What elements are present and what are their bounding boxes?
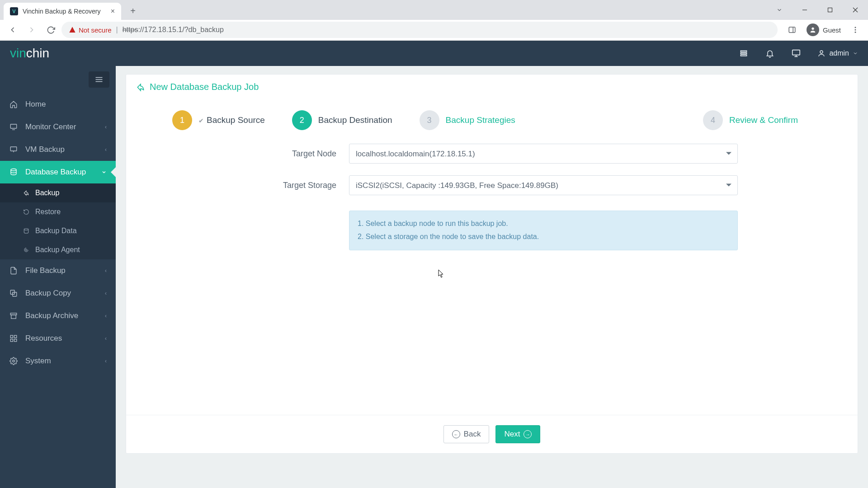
sub-item-backup-data[interactable]: Backup Data — [0, 221, 116, 240]
reload-button[interactable] — [42, 22, 59, 38]
step-review-confirm[interactable]: 4 Review & Confirm — [703, 110, 798, 130]
svg-point-7 — [855, 27, 856, 28]
menu-icon[interactable] — [847, 22, 863, 38]
sidebar-item-label: Backup Copy — [25, 289, 71, 298]
page-title: New Database Backup Job — [150, 82, 259, 92]
address-bar[interactable]: Not secure | https://172.18.15.1/?db_bac… — [61, 22, 778, 38]
svg-rect-4 — [789, 27, 795, 33]
panel: New Database Backup Job 1 ✔Backup Source… — [126, 74, 858, 454]
profile-chip[interactable]: Guest — [802, 22, 845, 38]
arrow-up-right-icon — [136, 83, 145, 92]
sidebar-item-resources[interactable]: Resources ‹ — [0, 327, 116, 350]
agent-icon — [23, 246, 30, 253]
sidebar-item-home[interactable]: Home — [0, 93, 116, 116]
svg-rect-11 — [741, 53, 747, 54]
chevron-down-icon — [101, 169, 107, 175]
logo[interactable]: vinchin — [10, 46, 49, 61]
queue-icon[interactable] — [739, 48, 749, 58]
chevron-left-icon: ‹ — [105, 290, 107, 296]
user-menu[interactable]: admin — [817, 49, 858, 57]
info-line: 1. Select a backup node to run this back… — [358, 217, 729, 230]
arrow-left-circle-icon: ← — [452, 430, 460, 438]
wizard-steps: 1 ✔Backup Source 2 Backup Destination 3 … — [136, 101, 848, 144]
sub-item-backup[interactable]: Backup — [0, 183, 116, 202]
target-storage-select[interactable]: iSCSI2(iSCSI, Capacity :149.93GB, Free S… — [349, 175, 738, 195]
data-icon — [23, 227, 30, 235]
next-button[interactable]: Next → — [495, 425, 540, 443]
sidebar-item-monitor-center[interactable]: Monitor Center ‹ — [0, 116, 116, 138]
share-icon — [23, 189, 30, 197]
maximize-button[interactable] — [817, 2, 843, 18]
gear-icon — [9, 357, 18, 366]
tab-title: Vinchin Backup & Recovery — [23, 8, 101, 15]
bell-icon[interactable] — [765, 48, 775, 58]
sidebar-item-file-backup[interactable]: File Backup ‹ — [0, 259, 116, 282]
file-icon — [9, 266, 18, 275]
destination-form: Target Node localhost.localdomain(172.18… — [136, 144, 848, 250]
chevron-left-icon: ‹ — [105, 146, 107, 153]
profile-label: Guest — [823, 26, 841, 34]
back-button[interactable] — [5, 22, 21, 38]
svg-point-25 — [24, 229, 28, 230]
step-backup-source[interactable]: 1 ✔Backup Source — [172, 110, 265, 130]
svg-rect-31 — [10, 335, 13, 338]
sub-item-restore[interactable]: Restore — [0, 202, 116, 221]
archive-icon — [9, 311, 18, 320]
side-panel-icon[interactable] — [784, 22, 800, 38]
sub-item-label: Backup Agent — [35, 246, 80, 254]
forward-button[interactable] — [24, 22, 40, 38]
app-header: vinchin admin — [0, 41, 868, 66]
user-icon — [817, 49, 826, 57]
url-text: https://172.18.15.1/?db_backup — [123, 26, 224, 34]
user-name: admin — [829, 49, 849, 57]
svg-rect-12 — [741, 55, 747, 56]
sidebar-item-vm-backup[interactable]: VM Backup ‹ — [0, 138, 116, 161]
tab-list-chevron-icon[interactable] — [770, 2, 788, 18]
svg-point-35 — [13, 360, 15, 362]
main-content: New Database Backup Job 1 ✔Backup Source… — [116, 66, 868, 488]
target-node-label: Target Node — [246, 149, 336, 159]
step-backup-strategies[interactable]: 3 Backup Strategies — [420, 110, 515, 130]
svg-point-8 — [855, 29, 856, 31]
sidebar-item-database-backup[interactable]: Database Backup — [0, 161, 116, 183]
svg-point-16 — [820, 51, 823, 53]
step-number: 4 — [703, 110, 723, 130]
sidebar-item-backup-copy[interactable]: Backup Copy ‹ — [0, 282, 116, 305]
close-window-button[interactable] — [843, 2, 868, 18]
chevron-left-icon: ‹ — [105, 267, 107, 274]
new-tab-button[interactable]: + — [126, 4, 140, 19]
monitor-small-icon — [9, 122, 18, 131]
restore-icon — [23, 208, 30, 216]
monitor-icon[interactable] — [791, 48, 801, 58]
database-icon — [9, 168, 18, 177]
svg-rect-10 — [741, 51, 747, 52]
chevron-left-icon: ‹ — [105, 124, 107, 130]
minimize-button[interactable] — [792, 2, 817, 18]
svg-rect-34 — [14, 339, 17, 342]
svg-rect-30 — [11, 315, 16, 319]
svg-point-6 — [811, 28, 814, 30]
sidebar-item-label: VM Backup — [25, 145, 65, 154]
sidebar-item-label: Database Backup — [25, 168, 86, 177]
chevron-down-icon — [853, 51, 858, 56]
svg-rect-33 — [10, 339, 13, 342]
sidebar-item-system[interactable]: System ‹ — [0, 350, 116, 372]
sub-item-label: Restore — [35, 208, 61, 216]
sub-item-backup-agent[interactable]: Backup Agent — [0, 240, 116, 259]
browser-tab[interactable]: V Vinchin Backup & Recovery × — [4, 3, 121, 20]
svg-point-24 — [11, 169, 16, 171]
sidebar: Home Monitor Center ‹ VM Backup ‹ Databa… — [0, 66, 116, 488]
info-box: 1. Select a backup node to run this back… — [349, 211, 738, 250]
step-number: 2 — [292, 110, 312, 130]
svg-rect-32 — [14, 335, 17, 338]
sidebar-item-backup-archive[interactable]: Backup Archive ‹ — [0, 305, 116, 327]
step-backup-destination[interactable]: 2 Backup Destination — [292, 110, 392, 130]
sidebar-item-label: Resources — [25, 334, 62, 343]
close-icon[interactable]: × — [111, 7, 115, 15]
sidebar-submenu: Backup Restore Backup Data Backup Agent — [0, 183, 116, 259]
back-button[interactable]: ← Back — [443, 425, 490, 443]
browser-toolbar: Not secure | https://172.18.15.1/?db_bac… — [0, 20, 868, 40]
sidebar-item-label: Backup Archive — [25, 311, 78, 320]
target-node-select[interactable]: localhost.localdomain(172.18.15.1) — [349, 144, 738, 164]
sidebar-toggle-button[interactable] — [89, 71, 109, 88]
